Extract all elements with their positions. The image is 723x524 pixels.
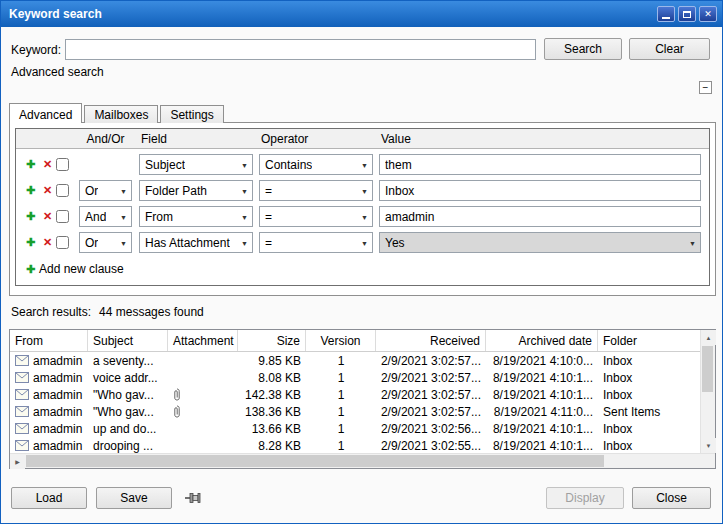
- maximize-button[interactable]: [678, 6, 696, 22]
- col-received[interactable]: Received: [376, 330, 486, 351]
- remove-clause-icon[interactable]: ✕: [39, 210, 56, 223]
- table-row[interactable]: amadmin drooping ... 8.28 KB 1 2/9/2021 …: [10, 437, 700, 454]
- operator-select[interactable]: = ▼: [259, 180, 373, 201]
- chevron-down-icon: ▼: [361, 187, 368, 194]
- envelope-icon: [15, 440, 29, 451]
- table-row[interactable]: amadmin "Who gav... 138.36 KB 1 2/9/2021…: [10, 403, 700, 420]
- scroll-right-icon[interactable]: ▶: [10, 454, 25, 469]
- andor-select[interactable]: And ▼: [79, 206, 132, 227]
- operator-select[interactable]: = ▼: [259, 206, 373, 227]
- scroll-up-icon[interactable]: ▲: [701, 330, 716, 345]
- field-select[interactable]: Has Attachment ▼: [139, 232, 253, 253]
- table-row[interactable]: amadmin up and do... 13.66 KB 1 2/9/2021…: [10, 420, 700, 437]
- clause-value-select[interactable]: Yes ▼: [379, 232, 701, 253]
- titlebar[interactable]: Keyword search ✕: [1, 1, 722, 27]
- table-row[interactable]: amadmin "Who gav... 142.38 KB 1 2/9/2021…: [10, 386, 700, 403]
- field-value: Has Attachment: [145, 236, 230, 250]
- field-value: Folder Path: [145, 184, 207, 198]
- header-field: Field: [139, 132, 253, 146]
- cell-from: amadmin: [33, 354, 82, 368]
- field-value: From: [145, 210, 173, 224]
- add-clause-icon: ✚: [22, 263, 39, 276]
- cell-size: 138.36 KB: [238, 405, 306, 419]
- clause-value-input[interactable]: [379, 206, 701, 227]
- operator-value: =: [265, 210, 272, 224]
- clause-value: Yes: [385, 236, 405, 250]
- col-folder[interactable]: Folder: [598, 330, 700, 351]
- operator-select[interactable]: Contains ▼: [259, 154, 373, 175]
- cell-from: amadmin: [33, 439, 82, 453]
- results-header: From Subject Attachment Size Version Rec…: [10, 330, 700, 352]
- clause-checkbox[interactable]: [56, 210, 69, 223]
- cell-folder: Inbox: [598, 354, 700, 368]
- tab-mailboxes[interactable]: Mailboxes: [84, 105, 158, 123]
- add-clause-icon[interactable]: ✚: [22, 236, 39, 249]
- chevron-down-icon: ▼: [241, 187, 248, 194]
- clear-button[interactable]: Clear: [629, 38, 710, 60]
- operator-value: Contains: [265, 158, 312, 172]
- tab-advanced[interactable]: Advanced: [9, 103, 82, 123]
- envelope-icon: [15, 355, 29, 366]
- cell-version: 1: [306, 388, 376, 402]
- andor-select[interactable]: Or ▼: [79, 180, 132, 201]
- cell-version: 1: [306, 371, 376, 385]
- andor-value: Or: [85, 184, 98, 198]
- remove-clause-icon[interactable]: ✕: [39, 184, 56, 197]
- remove-clause-icon[interactable]: ✕: [39, 158, 56, 171]
- clause-checkbox[interactable]: [56, 158, 69, 171]
- add-clause-icon[interactable]: ✚: [22, 158, 39, 171]
- add-clause-icon[interactable]: ✚: [22, 210, 39, 223]
- horizontal-scroll-thumb[interactable]: [26, 455, 604, 467]
- load-button[interactable]: Load: [11, 487, 87, 509]
- vertical-scroll-thumb[interactable]: [702, 346, 713, 392]
- add-new-clause[interactable]: ✚ Add new clause: [22, 260, 703, 278]
- cell-folder: Inbox: [598, 388, 700, 402]
- clause-row: ✚ ✕ And ▼ From ▼ = ▼: [16, 206, 709, 227]
- cell-archived-date: 8/19/2021 4:10:0...: [486, 354, 598, 368]
- col-attachment[interactable]: Attachment: [168, 330, 238, 351]
- save-button[interactable]: Save: [96, 487, 172, 509]
- search-button[interactable]: Search: [544, 38, 622, 60]
- chevron-down-icon: ▼: [120, 239, 127, 246]
- horizontal-scrollbar[interactable]: ◀ ▶: [10, 453, 715, 468]
- field-select[interactable]: Folder Path ▼: [139, 180, 253, 201]
- clause-value-input[interactable]: [379, 154, 701, 175]
- table-row[interactable]: amadmin voice addr... 8.08 KB 1 2/9/2021…: [10, 369, 700, 386]
- chevron-down-icon: ▼: [241, 213, 248, 220]
- keyword-input[interactable]: [65, 39, 536, 60]
- close-icon: ✕: [704, 10, 712, 19]
- tab-settings[interactable]: Settings: [160, 105, 223, 123]
- close-button[interactable]: Close: [632, 487, 711, 509]
- field-select[interactable]: From ▼: [139, 206, 253, 227]
- chevron-down-icon: ▼: [361, 213, 368, 220]
- add-new-clause-label: Add new clause: [39, 262, 124, 276]
- advanced-search-label: Advanced search: [11, 65, 104, 79]
- display-button[interactable]: Display: [546, 487, 624, 509]
- clause-checkbox[interactable]: [56, 184, 69, 197]
- table-row[interactable]: amadmin a seventy... 9.85 KB 1 2/9/2021 …: [10, 352, 700, 369]
- add-clause-icon[interactable]: ✚: [22, 184, 39, 197]
- col-subject[interactable]: Subject: [88, 330, 168, 351]
- andor-select[interactable]: Or ▼: [79, 232, 132, 253]
- scroll-down-icon[interactable]: ▼: [701, 438, 716, 453]
- vertical-scrollbar[interactable]: ▲ ▼: [700, 330, 715, 453]
- col-size[interactable]: Size: [238, 330, 306, 351]
- close-window-button[interactable]: ✕: [699, 6, 717, 22]
- collapse-advanced-button[interactable]: −: [699, 81, 712, 94]
- minimize-button[interactable]: [657, 6, 675, 22]
- clause-value-input[interactable]: [379, 180, 701, 201]
- cell-attachment: [168, 388, 238, 401]
- andor-value: And: [85, 210, 106, 224]
- window-title: Keyword search: [9, 7, 654, 21]
- col-version[interactable]: Version: [306, 330, 376, 351]
- col-archived-date[interactable]: Archived date: [486, 330, 598, 351]
- header-andor: And/Or: [79, 132, 132, 146]
- operator-select[interactable]: = ▼: [259, 232, 373, 253]
- cell-received: 2/9/2021 3:02:57...: [376, 405, 486, 419]
- pin-icon[interactable]: [184, 491, 201, 508]
- col-from[interactable]: From: [10, 330, 88, 351]
- cell-archived-date: 8/19/2021 4:10:1...: [486, 422, 598, 436]
- field-select[interactable]: Subject ▼: [139, 154, 253, 175]
- clause-checkbox[interactable]: [56, 236, 69, 249]
- remove-clause-icon[interactable]: ✕: [39, 236, 56, 249]
